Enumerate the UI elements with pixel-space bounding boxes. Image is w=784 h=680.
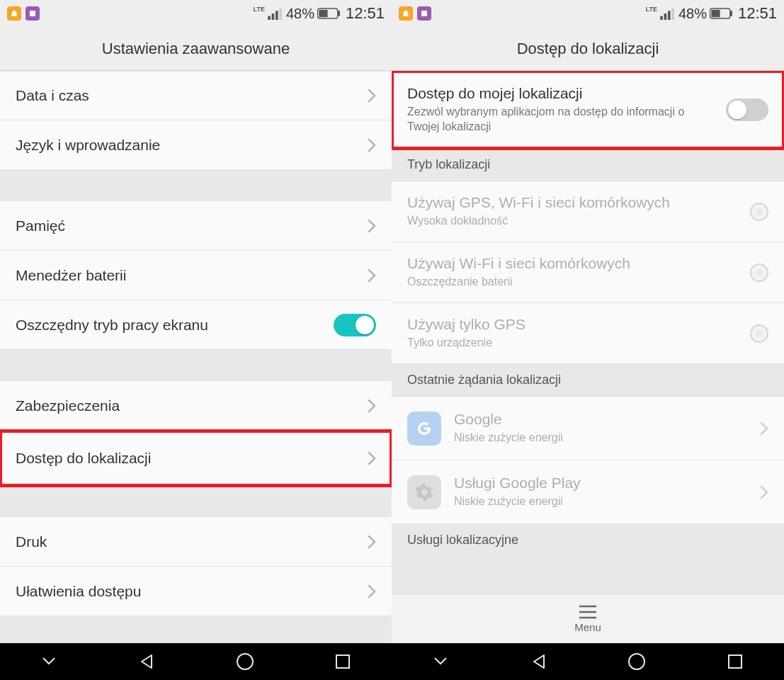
row-label: Język i wprowadzanie xyxy=(16,137,160,154)
row-label: Ułatwienia dostępu xyxy=(16,583,141,600)
lte-icon: LTE xyxy=(646,6,657,13)
row-app-google-play-services[interactable]: Usługi Google Play Niskie zużycie energi… xyxy=(392,460,784,524)
nav-home-button[interactable] xyxy=(231,647,259,676)
location-settings-list: Dostęp do mojej lokalizacji Zezwól wybra… xyxy=(392,71,784,594)
hamburger-icon xyxy=(577,604,598,620)
row-subtitle: Tylko urządzenie xyxy=(407,336,525,351)
row-subtitle: Oszczędzanie baterii xyxy=(407,275,630,290)
chevron-right-icon xyxy=(368,89,376,103)
row-subtitle: Niskie zużycie energii xyxy=(454,494,581,509)
row-title: Używaj tylko GPS xyxy=(407,316,525,333)
notif-icon-2 xyxy=(417,6,431,21)
chevron-right-icon xyxy=(760,485,768,499)
radio-mode[interactable] xyxy=(750,264,768,282)
phone-left: LTE 48% 12:51 Ustawienia zaawansowane Da… xyxy=(0,0,392,680)
row-security[interactable]: Zabezpieczenia xyxy=(0,381,392,431)
section-location-services: Usługi lokalizacyjne xyxy=(392,524,784,556)
nav-bar xyxy=(0,643,392,680)
chevron-right-icon xyxy=(760,421,768,436)
row-screen-saving-mode[interactable]: Oszczędny tryb pracy ekranu xyxy=(0,300,392,350)
row-title: Dostęp do mojej lokalizacji xyxy=(407,85,691,102)
row-label: Druk xyxy=(16,533,47,550)
notif-icon-1 xyxy=(399,6,413,21)
row-subtitle: Niskie zużycie energii xyxy=(454,431,563,446)
row-label: Pamięć xyxy=(16,217,65,234)
svg-point-8 xyxy=(237,654,253,669)
svg-rect-6 xyxy=(319,10,327,17)
svg-point-21 xyxy=(629,654,644,669)
row-memory[interactable]: Pamięć xyxy=(0,201,392,251)
chevron-right-icon xyxy=(368,451,376,465)
row-label: Dostęp do lokalizacji xyxy=(16,450,151,467)
toggle-my-location[interactable] xyxy=(726,98,768,121)
section-location-mode: Tryb lokalizacji xyxy=(392,149,784,181)
nav-expand-button[interactable] xyxy=(35,647,63,676)
row-mode-gps-only[interactable]: Używaj tylko GPS Tylko urządzenie xyxy=(392,303,784,364)
svg-rect-17 xyxy=(730,11,732,16)
nav-back-button[interactable] xyxy=(132,647,161,676)
svg-rect-2 xyxy=(272,13,275,20)
row-language-input[interactable]: Język i wprowadzanie xyxy=(0,120,392,170)
svg-rect-7 xyxy=(338,11,340,16)
battery-icon xyxy=(710,8,732,19)
chevron-right-icon xyxy=(368,268,376,283)
nav-recent-button[interactable] xyxy=(721,647,749,676)
section-gap xyxy=(0,170,392,201)
menu-label: Menu xyxy=(574,621,601,633)
svg-rect-16 xyxy=(711,10,720,17)
radio-mode[interactable] xyxy=(750,203,768,221)
nav-recent-button[interactable] xyxy=(329,647,357,676)
gear-icon xyxy=(407,475,441,509)
page-title: Dostęp do lokalizacji xyxy=(392,27,784,71)
svg-rect-11 xyxy=(660,16,663,20)
svg-rect-22 xyxy=(729,655,742,668)
chevron-right-icon xyxy=(368,399,376,413)
row-title: Używaj GPS, Wi-Fi i sieci komórkowych xyxy=(407,194,670,211)
row-title: Używaj Wi-Fi i sieci komórkowych xyxy=(407,255,630,272)
row-battery-manager[interactable]: Menedżer baterii xyxy=(0,251,392,300)
chevron-right-icon xyxy=(368,584,376,599)
svg-rect-13 xyxy=(668,11,671,20)
battery-pct: 48% xyxy=(678,6,707,22)
nav-expand-button[interactable] xyxy=(426,647,455,676)
menu-button[interactable]: Menu xyxy=(392,594,784,643)
section-recent-requests: Ostatnie żądania lokalizacji xyxy=(392,364,784,397)
status-bar: LTE 48% 12:51 xyxy=(0,0,392,27)
row-mode-gps-wifi-cell[interactable]: Używaj GPS, Wi-Fi i sieci komórkowych Wy… xyxy=(392,181,784,242)
row-accessibility[interactable]: Ułatwienia dostępu xyxy=(0,567,392,616)
svg-rect-0 xyxy=(30,11,35,16)
row-subtitle: Zezwól wybranym aplikacjom na dostęp do … xyxy=(407,105,691,135)
toggle-screen-saving[interactable] xyxy=(334,314,376,336)
row-label: Menedżer baterii xyxy=(16,267,126,284)
row-mode-wifi-cell[interactable]: Używaj Wi-Fi i sieci komórkowych Oszczęd… xyxy=(392,242,784,303)
radio-mode[interactable] xyxy=(750,324,768,343)
nav-bar xyxy=(392,643,784,680)
svg-rect-4 xyxy=(279,8,282,20)
chevron-right-icon xyxy=(368,138,376,152)
row-label: Zabezpieczenia xyxy=(16,397,120,414)
row-my-location-access[interactable]: Dostęp do mojej lokalizacji Zezwól wybra… xyxy=(392,71,784,149)
google-app-icon xyxy=(407,412,441,446)
battery-pct: 48% xyxy=(286,6,314,22)
row-label: Oszczędny tryb pracy ekranu xyxy=(16,317,208,334)
section-gap xyxy=(0,486,392,517)
nav-home-button[interactable] xyxy=(623,647,651,676)
status-time: 12:51 xyxy=(738,4,777,23)
page-title: Ustawienia zaawansowane xyxy=(0,27,392,71)
row-title: Google xyxy=(454,411,563,428)
signal-icon xyxy=(660,7,676,20)
svg-rect-3 xyxy=(275,11,278,20)
chevron-right-icon xyxy=(368,535,376,549)
row-app-google[interactable]: Google Niskie zużycie energii xyxy=(392,397,784,460)
chevron-right-icon xyxy=(368,219,376,233)
row-date-time[interactable]: Data i czas xyxy=(0,71,392,120)
status-bar: LTE 48% 12:51 xyxy=(392,0,784,27)
svg-rect-10 xyxy=(421,11,427,16)
row-location-access[interactable]: Dostęp do lokalizacji xyxy=(0,431,392,486)
notif-icon-1 xyxy=(7,6,21,21)
svg-rect-14 xyxy=(671,8,674,20)
signal-icon xyxy=(268,7,283,20)
row-print[interactable]: Druk xyxy=(0,517,392,567)
row-subtitle: Wysoka dokładność xyxy=(407,214,670,229)
nav-back-button[interactable] xyxy=(525,647,553,676)
